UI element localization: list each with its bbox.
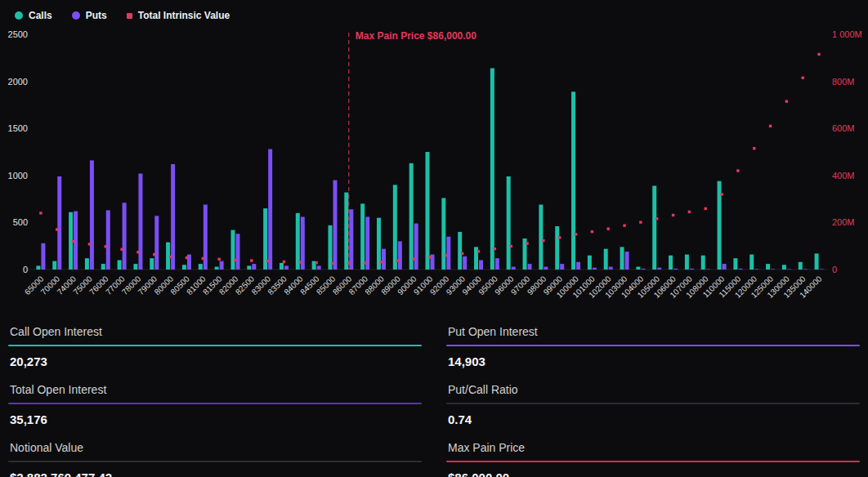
intrinsic-value-dot — [494, 247, 496, 250]
puts-bar — [106, 210, 110, 270]
left-axis-tick-label: 1500 — [8, 123, 28, 133]
legend-item-calls[interactable]: Calls — [15, 10, 52, 21]
puts-bar — [820, 269, 824, 270]
calls-bar — [539, 205, 543, 270]
intrinsic-value-dot — [802, 77, 804, 79]
puts-bar — [446, 237, 450, 270]
stat-max-pain-price: Max Pain Price $86,000.00 — [446, 436, 860, 477]
puts-bar — [398, 241, 402, 270]
intrinsic-value-dot — [526, 242, 528, 244]
intrinsic-value-dot — [753, 147, 755, 149]
calls-bar — [344, 193, 348, 270]
puts-bar — [317, 265, 321, 270]
calls-bar — [701, 256, 705, 270]
options-open-interest-chart[interactable]: 050010001500200025000200M400M600M800M1 0… — [0, 25, 868, 310]
right-axis-tick-label: 600M — [832, 123, 855, 133]
puts-bar — [560, 264, 564, 270]
calls-bar — [52, 261, 56, 270]
intrinsic-value-dot — [412, 257, 414, 260]
stat-label: Notional Value — [8, 436, 422, 461]
intrinsic-value-dot — [136, 251, 139, 253]
calls-bar — [799, 262, 803, 270]
puts-bar — [706, 269, 710, 270]
stat-value: 14,903 — [446, 346, 860, 368]
puts-bar — [268, 149, 272, 270]
calls-bar — [458, 232, 462, 270]
intrinsic-value-dot — [542, 239, 544, 242]
calls-bar — [685, 255, 689, 270]
intrinsic-value-dot — [591, 230, 593, 233]
stat-notional-value: Notional Value $2,882,769,477.42 — [8, 436, 422, 477]
intrinsic-value-dot — [705, 207, 707, 210]
puts-bar — [123, 203, 127, 270]
puts-bar — [171, 164, 175, 270]
stat-value: 0.74 — [446, 404, 860, 426]
intrinsic-value-dot — [509, 245, 512, 247]
puts-bar — [528, 264, 532, 270]
intrinsic-value-dot — [461, 252, 463, 255]
puts-bar — [625, 252, 629, 270]
stats-grid: Call Open Interest 20,273 Put Open Inter… — [0, 314, 868, 477]
intrinsic-value-dot — [380, 261, 383, 263]
puts-bar — [220, 261, 224, 270]
puts-bar — [803, 269, 808, 270]
puts-bar — [479, 260, 483, 270]
intrinsic-value-dot — [283, 261, 285, 263]
puts-bar — [235, 234, 239, 270]
puts-bar — [593, 268, 597, 270]
puts-bar — [641, 269, 645, 270]
legend-label-puts: Puts — [86, 10, 107, 21]
intrinsic-value-dot — [396, 259, 399, 261]
intrinsic-value-dot — [169, 256, 172, 258]
right-axis-tick-label: 200M — [832, 217, 855, 227]
intrinsic-value-dot — [39, 212, 42, 214]
left-axis-tick-label: 1000 — [8, 171, 28, 181]
stat-label: Max Pain Price — [446, 436, 860, 461]
calls-bar — [280, 263, 284, 270]
calls-bar — [507, 176, 511, 270]
stat-put-call-ratio: Put/Call Ratio 0.74 — [446, 378, 860, 426]
legend-item-puts[interactable]: Puts — [72, 10, 107, 21]
intrinsic-value-dot — [428, 256, 431, 258]
puts-bar — [463, 256, 467, 270]
intrinsic-value-dot — [655, 217, 658, 220]
intrinsic-value-dot — [105, 245, 107, 247]
intrinsic-value-dot — [769, 125, 772, 127]
puts-bar — [333, 181, 337, 270]
puts-bar — [512, 267, 516, 270]
intrinsic-value-dot — [688, 211, 691, 213]
stat-label: Put/Call Ratio — [446, 378, 860, 403]
max-pain-dashboard: Calls Puts Total Intrinsic Value 0500100… — [0, 0, 868, 477]
puts-bar — [138, 173, 142, 270]
stat-put-open-interest: Put Open Interest 14,903 — [446, 320, 860, 368]
intrinsic-value-dot — [234, 258, 236, 261]
puts-bar — [252, 264, 256, 270]
puts-bar — [787, 269, 791, 270]
left-axis-tick-label: 2500 — [8, 29, 28, 39]
puts-bar — [544, 267, 548, 270]
right-axis-tick-label: 0 — [832, 265, 837, 274]
right-axis-tick-label: 1 000M — [832, 29, 862, 39]
stat-value: $86,000.00 — [446, 462, 860, 477]
intrinsic-value-dot — [331, 262, 333, 265]
intrinsic-value-dot — [607, 227, 610, 230]
calls-bar — [426, 152, 430, 270]
right-axis-tick-label: 800M — [832, 77, 855, 87]
calls-bar — [490, 68, 494, 270]
stat-value: 20,273 — [8, 346, 422, 368]
legend-item-intrinsic[interactable]: Total Intrinsic Value — [127, 10, 230, 21]
puts-bar — [154, 216, 159, 270]
puts-bar — [657, 268, 661, 270]
calls-bar — [749, 255, 754, 270]
calls-bar — [669, 256, 673, 270]
max-pain-line-label: Max Pain Price $86,000.00 — [356, 30, 477, 42]
calls-bar — [766, 264, 770, 270]
legend-label-intrinsic: Total Intrinsic Value — [138, 10, 230, 21]
intrinsic-value-dot — [153, 253, 155, 256]
calls-bar — [247, 265, 251, 270]
calls-bar — [571, 91, 575, 270]
intrinsic-value-dot — [445, 254, 447, 256]
calls-bar — [393, 185, 397, 270]
stat-value: $2,882,769,477.42 — [8, 462, 422, 477]
calls-bar — [588, 256, 592, 270]
